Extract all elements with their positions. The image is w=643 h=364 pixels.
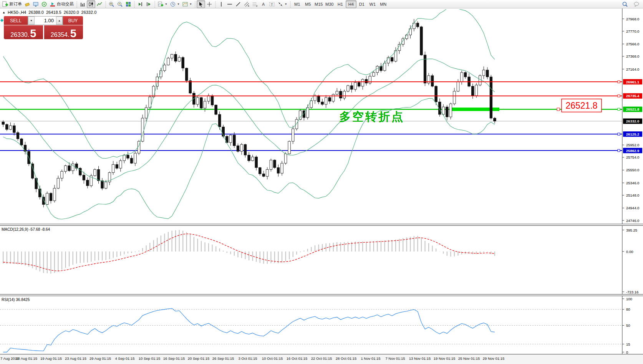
sell-price-display[interactable]: 26330 . 5 [4,25,43,39]
autotrading-label: 自动交易 [57,1,74,7]
volume-decrease-button[interactable]: ▼ [28,17,35,25]
chart-shift-button[interactable] [144,0,153,8]
candlestick-chart-button[interactable] [87,0,95,8]
timeframe-h1-button[interactable]: H1 [335,0,346,8]
zoom-out-button[interactable] [116,0,124,8]
bar-chart-button[interactable] [78,0,87,8]
time-axis-label: 28 Oct 01:15 [336,356,356,361]
symbol-period-label: HK50-,H4 [8,10,26,15]
cursor-button[interactable] [197,0,205,8]
trendline-button[interactable] [234,0,242,8]
price-badge: 26125.2 [623,131,642,137]
timeframe-m30-button[interactable]: M30 [324,0,335,8]
tile-windows-button[interactable] [124,0,133,8]
toolbar-separator [133,1,136,8]
timeframe-m1-button[interactable]: M1 [292,0,303,8]
open-value: 26388.0 [28,10,44,15]
time-axis-label: 13 Aug 01:15 [16,356,37,361]
price-badge: 26735.4 [623,93,642,99]
market-watch-button[interactable] [31,0,40,8]
svg-text:F: F [256,5,258,7]
search-icon [622,1,628,7]
svg-text:25952.0: 25952.0 [626,143,639,147]
bull-bear-annotation: 多空转折点 [339,110,404,123]
svg-text:27968.0: 27968.0 [626,17,639,21]
indicators-icon [157,1,164,7]
svg-text:395.25: 395.25 [626,228,637,232]
auto-scroll-button[interactable] [136,0,144,8]
toolbar-separator [214,1,217,8]
dropdown-caret: ▼ [165,3,167,5]
market-watch-icon [33,1,39,7]
chart-shift-icon [146,1,152,7]
zoom-in-icon [108,1,114,7]
svg-text:25550.0: 25550.0 [626,168,639,172]
price-tag-box: 26521.8 [557,99,602,112]
horizontal-line-button[interactable] [225,0,234,8]
collapse-triangle-icon[interactable]: ▲ [2,11,5,14]
volume-increase-button[interactable]: ▲ [56,17,63,25]
svg-text:0.00: 0.00 [626,250,633,254]
timeframe-h4-button[interactable]: H4 [346,0,356,8]
vertical-line-button[interactable] [217,0,225,8]
rsi-label: RSI(14) 36.8425 [2,298,30,302]
text-label-button[interactable]: T [268,0,276,8]
macd-canvas[interactable]: 395.250.00-723.16MACD(12,26,9) -57.68 -8… [0,226,643,294]
svg-text:A: A [262,2,265,7]
indicators-button[interactable]: ▼ [156,0,169,8]
buy-price-display[interactable]: 26354 . 5 [44,25,83,39]
timeframe-m15-button[interactable]: M15 [313,0,324,8]
crosshair-button[interactable] [205,0,214,8]
timeframe-w1-button[interactable]: W1 [367,0,378,8]
timeframe-m5-button[interactable]: M5 [303,0,313,8]
time-axis-label: 10 Oct 01:15 [262,356,283,361]
main-chart-canvas[interactable]: 多空转折点26521.827968.027770.027566.027368.0… [0,8,643,224]
line-chart-icon [96,1,103,7]
time-axis-label: 7 Nov 01:15 [385,356,405,361]
chat-button[interactable] [632,0,641,8]
trendline-icon [235,1,241,7]
svg-text:24944.0: 24944.0 [626,206,639,210]
time-axis-label: 3 Oct 01:15 [238,356,257,361]
buy-button[interactable]: BUY [63,16,83,25]
svg-text:24746.0: 24746.0 [626,218,639,223]
volume-stepper: ▼ 1.00 ▲ [28,16,63,25]
bar-chart-icon [80,1,86,7]
metaeditor-button[interactable] [23,0,31,8]
rsi-line [3,308,495,352]
horizontal-line-icon [227,1,233,7]
price-badge: 26332.0 [623,119,642,124]
arrows-button[interactable]: ▼ [276,0,288,8]
rsi-canvas[interactable]: 1008050150RSI(14) 36.8425 [0,296,643,354]
auto-scroll-icon [137,1,143,7]
volume-input[interactable]: 1.00 [35,17,56,25]
time-axis-label: 23 Aug 01:15 [65,356,86,361]
price-badge: 25862.9 [623,148,642,153]
timeframe-group: M1M5M15M30H1H4D1W1MN [292,0,389,8]
new-order-button[interactable]: 新订单 [1,0,23,8]
time-axis[interactable]: 7 Aug 201913 Aug 01:1519 Aug 01:1523 Aug… [0,354,643,364]
svg-text:100: 100 [626,297,632,301]
timeframe-mn-button[interactable]: MN [378,0,389,8]
timeframe-d1-button[interactable]: D1 [356,0,367,8]
toolbar-separator [153,1,156,8]
search-button[interactable] [621,0,629,8]
channel-button[interactable]: E [242,0,251,8]
channel-icon: E [244,1,250,7]
text-button[interactable]: A [259,0,268,8]
sell-button[interactable]: SELL [4,16,28,25]
line-chart-button[interactable] [95,0,104,8]
metaeditor-icon [24,1,30,7]
buy-price-base: 26354 [51,32,68,38]
vertical-line-icon [218,1,224,7]
templates-button[interactable]: ▼ [181,0,193,8]
toolbar-separator [75,1,78,8]
autotrading-button[interactable]: 自动交易 [48,0,75,8]
zoom-in-button[interactable] [107,0,116,8]
fibonacci-button[interactable]: F [251,0,259,8]
dropdown-caret: ▼ [177,3,180,5]
svg-text:50: 50 [626,323,630,328]
signals-button[interactable] [40,0,48,8]
periods-button[interactable]: ▼ [169,0,181,8]
clock-icon [170,1,176,7]
